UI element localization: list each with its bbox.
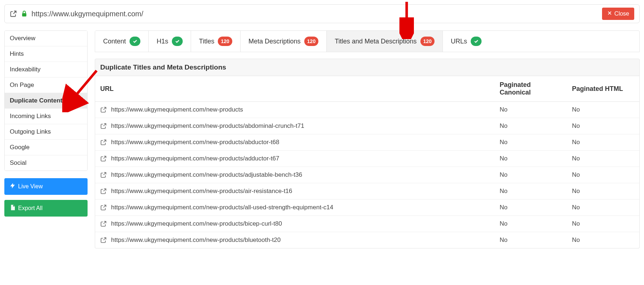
sidebar-item-incoming-links[interactable]: Incoming Links <box>5 109 87 124</box>
sidebar-item-label: Google <box>10 144 30 151</box>
external-link-icon[interactable] <box>100 123 107 129</box>
table-row: https://www.ukgymequipment.com/new-produ… <box>95 134 639 151</box>
export-all-button[interactable]: Export All <box>4 200 88 217</box>
results-panel: Duplicate Titles and Meta Descriptions U… <box>95 59 640 248</box>
url-bar: https://www.ukgymequipment.com/ Close <box>4 4 640 23</box>
sidebar-item-label: Duplicate Content <box>10 97 62 104</box>
table-row: https://www.ukgymequipment.com/new-produ… <box>95 216 639 232</box>
row-url[interactable]: https://www.ukgymequipment.com/new-produ… <box>111 204 333 211</box>
sidebar-item-label: Social <box>10 159 26 166</box>
row-paginated-html: No <box>567 134 639 151</box>
sidebar-item-label: Outgoing Links <box>10 128 51 135</box>
tab-bar: ContentH1sTitles120Meta Descriptions120T… <box>95 30 640 52</box>
tab-label: Content <box>103 38 126 45</box>
row-url[interactable]: https://www.ukgymequipment.com/new-produ… <box>111 106 243 113</box>
tab-titles[interactable]: Titles120 <box>191 31 241 52</box>
row-paginated-canonical: No <box>495 200 567 216</box>
row-paginated-html: No <box>567 183 639 200</box>
row-url[interactable]: https://www.ukgymequipment.com/new-produ… <box>111 188 292 195</box>
tab-label: Titles <box>199 38 214 45</box>
row-paginated-html: No <box>567 200 639 216</box>
row-paginated-canonical: No <box>495 102 567 118</box>
row-paginated-canonical: No <box>495 183 567 200</box>
col-paginated-html[interactable]: Paginated HTML <box>567 76 639 102</box>
lock-icon <box>21 10 28 17</box>
row-paginated-canonical: No <box>495 118 567 134</box>
external-link-icon[interactable] <box>100 204 107 211</box>
sidebar-item-social[interactable]: Social <box>5 155 87 171</box>
export-all-label: Export All <box>18 205 43 211</box>
sidebar-item-outgoing-links[interactable]: Outgoing Links <box>5 124 87 140</box>
row-url[interactable]: https://www.ukgymequipment.com/new-produ… <box>111 220 282 227</box>
sidebar-item-label: Indexability <box>10 66 41 73</box>
col-paginated-canonical[interactable]: Paginated Canonical <box>495 76 567 102</box>
row-paginated-canonical: No <box>495 216 567 232</box>
external-link-icon[interactable] <box>100 188 107 194</box>
tab-content[interactable]: Content <box>95 31 149 52</box>
row-paginated-html: No <box>567 102 639 118</box>
table-row: https://www.ukgymequipment.com/new-produ… <box>95 167 639 183</box>
close-button-label: Close <box>614 11 629 17</box>
table-row: https://www.ukgymequipment.com/new-produ… <box>95 200 639 216</box>
tab-titles-and-meta-descriptions[interactable]: Titles and Meta Descriptions120 <box>327 31 443 52</box>
sidebar-item-label: Incoming Links <box>10 113 51 120</box>
sidebar-item-on-page[interactable]: On Page <box>5 77 87 93</box>
table-row: https://www.ukgymequipment.com/new-produ… <box>95 183 639 200</box>
external-link-icon[interactable] <box>100 106 107 113</box>
tab-meta-descriptions[interactable]: Meta Descriptions120 <box>241 31 327 52</box>
table-row: https://www.ukgymequipment.com/new-produ… <box>95 232 639 248</box>
row-url[interactable]: https://www.ukgymequipment.com/new-produ… <box>111 236 281 244</box>
check-icon <box>130 37 140 46</box>
live-view-label: Live View <box>18 183 43 190</box>
row-paginated-canonical: No <box>495 167 567 183</box>
tab-h1s[interactable]: H1s <box>149 31 191 52</box>
check-icon <box>471 37 482 46</box>
sidebar: OverviewHintsIndexabilityOn PageDuplicat… <box>4 30 88 217</box>
tab-label: H1s <box>157 38 168 45</box>
external-link-icon[interactable] <box>10 10 17 17</box>
count-badge: 120 <box>218 37 232 46</box>
close-icon <box>607 11 612 17</box>
count-badge: 120 <box>420 37 435 46</box>
row-paginated-html: No <box>567 232 639 248</box>
table-row: https://www.ukgymequipment.com/new-produ… <box>95 151 639 167</box>
row-paginated-html: No <box>567 151 639 167</box>
row-paginated-canonical: No <box>495 232 567 248</box>
tab-label: URLs <box>451 38 467 45</box>
external-link-icon[interactable] <box>100 237 107 243</box>
sidebar-item-hints[interactable]: Hints <box>5 46 87 62</box>
live-view-button[interactable]: Live View <box>4 178 88 195</box>
row-url[interactable]: https://www.ukgymequipment.com/new-produ… <box>111 171 302 179</box>
table-row: https://www.ukgymequipment.com/new-produ… <box>95 118 639 134</box>
sidebar-item-label: Hints <box>10 50 24 57</box>
row-paginated-html: No <box>567 167 639 183</box>
row-url[interactable]: https://www.ukgymequipment.com/new-produ… <box>111 139 279 146</box>
svg-rect-2 <box>22 13 26 16</box>
results-table: URL Paginated Canonical Paginated HTML h… <box>95 76 639 248</box>
external-link-icon[interactable] <box>100 172 107 178</box>
panel-title: Duplicate Titles and Meta Descriptions <box>95 59 639 76</box>
sidebar-item-google[interactable]: Google <box>5 140 87 155</box>
file-icon <box>9 204 16 212</box>
row-url[interactable]: https://www.ukgymequipment.com/new-produ… <box>111 122 304 130</box>
count-badge: 120 <box>304 37 318 46</box>
sidebar-item-overview[interactable]: Overview <box>5 31 87 46</box>
row-url[interactable]: https://www.ukgymequipment.com/new-produ… <box>111 155 279 162</box>
page-url: https://www.ukgymequipment.com/ <box>31 10 602 18</box>
sidebar-item-indexability[interactable]: Indexability <box>5 62 87 77</box>
tab-urls[interactable]: URLs <box>443 31 490 52</box>
external-link-icon[interactable] <box>100 155 107 162</box>
external-link-icon[interactable] <box>100 221 107 227</box>
row-paginated-html: No <box>567 216 639 232</box>
close-button[interactable]: Close <box>602 8 634 20</box>
table-row: https://www.ukgymequipment.com/new-produ… <box>95 102 639 118</box>
main-content: ContentH1sTitles120Meta Descriptions120T… <box>95 30 640 248</box>
tab-label: Meta Descriptions <box>249 38 301 45</box>
sidebar-item-label: On Page <box>10 81 34 88</box>
row-paginated-canonical: No <box>495 151 567 167</box>
sidebar-item-duplicate-content[interactable]: Duplicate Content <box>5 93 87 109</box>
row-paginated-html: No <box>567 118 639 134</box>
col-url[interactable]: URL <box>95 76 495 102</box>
bolt-icon <box>9 183 16 190</box>
external-link-icon[interactable] <box>100 139 107 146</box>
